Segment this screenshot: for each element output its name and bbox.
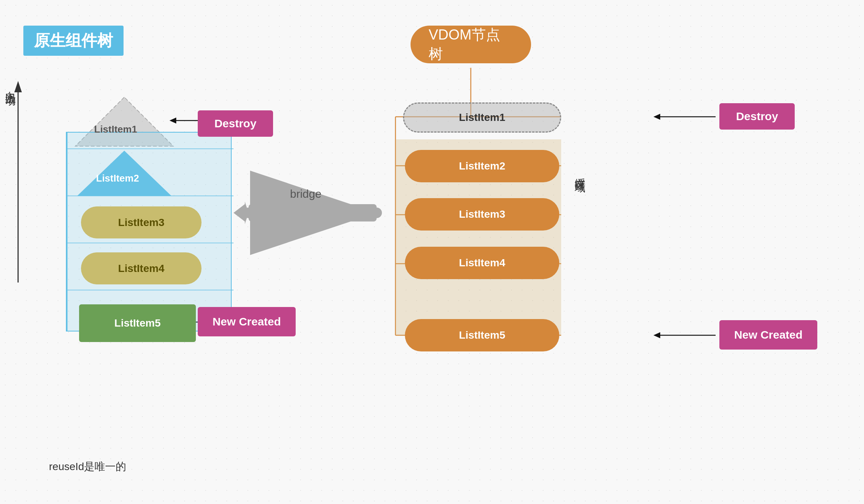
listitem2-left-label: ListItem2 bbox=[96, 173, 139, 184]
listitem4-left: ListItem4 bbox=[81, 252, 201, 284]
left-title: 原生组件树 bbox=[23, 26, 124, 56]
listitem5-right: ListItem5 bbox=[405, 319, 559, 351]
svg-marker-17 bbox=[234, 204, 245, 221]
listitem1-left-label: ListItem1 bbox=[94, 124, 137, 135]
new-created-button-right[interactable]: New Created bbox=[719, 320, 817, 350]
listitem2-right: ListItem2 bbox=[405, 150, 559, 182]
svg-marker-28 bbox=[653, 332, 660, 338]
listitem5-left: ListItem5 bbox=[79, 304, 196, 342]
svg-marker-10 bbox=[169, 118, 176, 124]
svg-marker-26 bbox=[653, 114, 660, 120]
vertical-scroll-label: 向上滑动 bbox=[3, 83, 17, 89]
listitem1-right: ListItem1 bbox=[403, 102, 561, 133]
right-title: VDOM节点树 bbox=[411, 26, 531, 63]
listitem4-right: ListItem4 bbox=[405, 247, 559, 279]
svg-marker-15 bbox=[245, 202, 249, 224]
listitem3-right: ListItem3 bbox=[405, 198, 559, 231]
bridge-label: bridge bbox=[290, 188, 321, 200]
footer-note: reuseId是唯一的 bbox=[49, 460, 126, 474]
listitem3-left: ListItem3 bbox=[81, 206, 201, 238]
cache-label: 缓存区域 bbox=[572, 170, 587, 176]
destroy-button-right[interactable]: Destroy bbox=[719, 103, 795, 130]
new-created-button-left[interactable]: New Created bbox=[198, 307, 296, 336]
destroy-button-left[interactable]: Destroy bbox=[198, 110, 273, 137]
svg-rect-16 bbox=[249, 204, 377, 221]
